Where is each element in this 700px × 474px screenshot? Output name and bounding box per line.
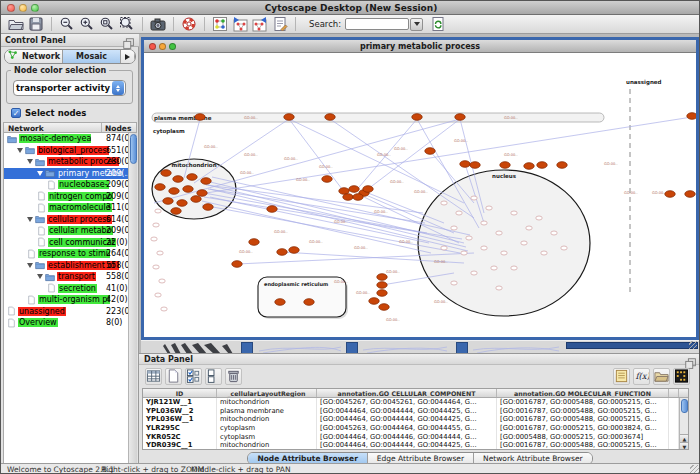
expander-triangle-icon[interactable] (27, 217, 33, 222)
table-cell[interactable]: mitochondrion (217, 398, 317, 407)
table-cell[interactable]: [GO:0045263, GO:0044464, GO:0044455, G..… (317, 424, 497, 433)
table-cell[interactable]: [GO:0016787, GO:0005488, GO:0005215, G..… (497, 415, 669, 424)
snapshot-camera-icon[interactable] (149, 16, 167, 33)
window-resize-grip[interactable] (690, 465, 700, 474)
open-folder-icon[interactable] (7, 16, 25, 33)
table-cell[interactable]: [GO:0044464, GO:0044444, GO:0044425, G..… (317, 441, 497, 450)
table-cell[interactable]: [GO:0016787, GO:0005488, GO:0005215, G..… (497, 398, 669, 407)
zoom-window-icon[interactable] (31, 4, 39, 12)
table-cell[interactable]: [GO:0045267, GO:0045261, GO:0044464, G..… (317, 398, 497, 407)
zoom-region-icon[interactable] (98, 16, 116, 33)
tree-row-label[interactable]: cellular metabo (48, 226, 113, 235)
background-window-bar[interactable] (566, 342, 698, 349)
table-column-header[interactable]: annotation.GO MOLECULAR_FUNCTION (497, 389, 669, 397)
tab-mosaic[interactable]: Mosaic (63, 50, 121, 63)
network-tree-row[interactable]: establishment of lo558(0) (4, 260, 129, 272)
help-lifesaver-icon[interactable] (180, 16, 198, 33)
scroll-up-icon[interactable]: ▲ (680, 434, 689, 442)
network-tree-row[interactable]: metabolic process280(0) (4, 156, 129, 168)
table-column-header[interactable]: ID (143, 389, 217, 397)
network-tree-row[interactable]: primary metabo209(... (4, 168, 129, 180)
expander-triangle-icon[interactable] (37, 274, 43, 279)
scrollbar-thumb[interactable] (130, 134, 137, 164)
table-cell[interactable]: YPL036W__1 (143, 415, 217, 424)
table-cell[interactable]: YLR295C (143, 424, 217, 433)
table-row[interactable]: YLR295Ccytoplasm[GO:0045263, GO:0044464,… (143, 424, 688, 433)
frame-close-icon[interactable] (149, 43, 156, 50)
table-cell[interactable]: [GO:0016787, GO:0005488, GO:0005215, G..… (497, 441, 669, 450)
table-cell[interactable]: cytoplasm (217, 424, 317, 433)
tree-row-label[interactable]: cellular process (47, 215, 112, 224)
scrollbar-thumb[interactable] (681, 399, 688, 413)
search-input[interactable] (345, 18, 409, 30)
network-tree-row[interactable]: Overview8(0) (4, 317, 129, 329)
layout-left-icon[interactable] (231, 16, 249, 33)
frame-minimize-icon[interactable] (159, 43, 166, 50)
expander-triangle-icon[interactable] (37, 171, 43, 176)
column-divider[interactable] (101, 123, 102, 132)
select-attributes-icon[interactable] (185, 368, 202, 385)
table-cell[interactable]: mitochondrion (217, 415, 317, 424)
tree-column-nodes[interactable]: Nodes (105, 124, 131, 133)
expander-triangle-icon[interactable] (27, 263, 33, 268)
table-row[interactable]: YKR052Ccytoplasm[GO:0044464, GO:0044446,… (143, 433, 688, 442)
tree-row-label[interactable]: response to stimulu (38, 249, 110, 258)
tree-row-label[interactable]: mosaic-demo-yeast (19, 134, 91, 143)
table-cell[interactable]: cytoplasm (217, 433, 317, 442)
network-tree-row[interactable]: transport558(0) (4, 271, 129, 283)
table-row[interactable]: YPL036W__2plasma membrane[GO:0044464, GO… (143, 407, 688, 416)
network-tree-row[interactable]: cellular metabo209(0) (4, 225, 129, 237)
table-column-filler[interactable] (669, 389, 679, 397)
table-cell[interactable]: [GO:0016787, GO:0005488, GO:0005215, G..… (497, 407, 669, 416)
table-cell[interactable]: YDR039C__1 (143, 441, 217, 450)
tree-scrollbar[interactable] (128, 133, 137, 474)
zoom-out-icon[interactable] (58, 16, 76, 33)
network-tree-row[interactable]: nucleobase-209(0) (4, 179, 129, 191)
scroll-down-icon[interactable]: ▼ (680, 442, 689, 450)
select-nodes-checkbox[interactable]: ✓ (11, 108, 21, 118)
attribute-table[interactable]: ID_cellularLayoutRegionannotation.GO CEL… (142, 388, 689, 450)
network-tree-row[interactable]: mosaic-demo-yeast874(0) (4, 133, 129, 145)
table-row[interactable]: YPL036W__1mitochondrion[GO:0044464, GO:0… (143, 415, 688, 424)
table-cell[interactable] (669, 415, 679, 424)
tree-row-label[interactable]: Overview (18, 318, 58, 327)
zoom-selected-icon[interactable] (118, 16, 136, 33)
network-tree-row[interactable]: unassigned223(0) (4, 306, 129, 318)
table-cell[interactable] (669, 441, 679, 450)
tree-column-network[interactable]: Network (8, 124, 44, 133)
network-tree-row[interactable]: secretion41(0) (4, 283, 129, 295)
network-tree-row[interactable]: macromolecule311(0) (4, 202, 129, 214)
table-row[interactable]: YJR121W__1mitochondrion[GO:0045267, GO:0… (143, 398, 688, 407)
tree-row-label[interactable]: transport (57, 272, 96, 281)
label-icon[interactable] (613, 368, 630, 385)
plugin-manager-icon[interactable] (429, 16, 447, 33)
delete-attribute-icon[interactable] (225, 368, 242, 385)
table-row[interactable]: YDR039C__1mitochondrion[GO:0044464, GO:0… (143, 441, 688, 450)
network-tree-row[interactable]: biological_process651(0) (4, 145, 129, 157)
expander-triangle-icon[interactable] (17, 148, 23, 153)
table-cell[interactable]: mitochondrion (217, 441, 317, 450)
tree-row-label[interactable]: nitrogen compo (48, 192, 113, 201)
table-column-header[interactable]: annotation.GO CELLULAR_COMPONENT (317, 389, 497, 397)
table-scrollbar[interactable]: ▲ ▼ (679, 398, 688, 450)
frame-titlebar[interactable]: primary metabolic process (144, 40, 696, 53)
tree-row-label[interactable]: nucleobase- (58, 180, 109, 189)
tab-network[interactable]: Network (5, 50, 63, 63)
network-canvas[interactable]: plasma membranecytoplasmmitochondrionnuc… (144, 53, 696, 337)
close-window-icon[interactable] (7, 4, 15, 12)
table-cell[interactable]: [GO:0005488, GO:0005215, GO:0003674] (497, 433, 669, 442)
matrix-icon[interactable] (673, 368, 690, 385)
table-cell[interactable]: YJR121W__1 (143, 398, 217, 407)
table-cell[interactable] (669, 424, 679, 433)
table-cell[interactable]: [GO:0044464, GO:0044444, GO:0044425, G..… (317, 407, 497, 416)
table-cell[interactable] (669, 433, 679, 442)
table-cell[interactable]: plasma membrane (217, 407, 317, 416)
save-icon[interactable] (27, 16, 45, 33)
frame-resize-grip[interactable] (689, 341, 697, 349)
search-options-dropdown[interactable] (410, 18, 423, 31)
tree-row-label[interactable]: secretion (58, 284, 97, 293)
vizmapper-icon[interactable] (211, 16, 229, 33)
table-cell[interactable]: [GO:0044464, GO:0044444, GO:0044425, G..… (317, 415, 497, 424)
import-attributes-icon[interactable] (653, 368, 670, 385)
minimize-window-icon[interactable] (19, 4, 27, 12)
